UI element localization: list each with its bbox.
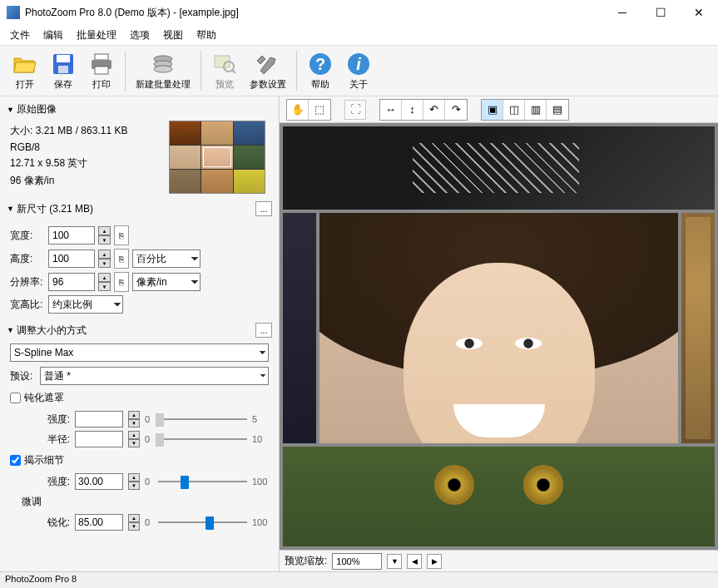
spin-down[interactable]: ▼ — [128, 522, 140, 531]
preset-select[interactable]: 普通 * — [40, 367, 269, 385]
height-up[interactable]: ▲ — [98, 250, 111, 259]
section-newsize-header[interactable]: ▼ 新尺寸 (3.21 MB) ... — [3, 199, 275, 219]
sharpen-label: 锐化: — [45, 516, 70, 530]
zoom-input[interactable] — [332, 553, 382, 570]
res-down[interactable]: ▼ — [98, 282, 111, 291]
menu-help[interactable]: 帮助 — [190, 27, 223, 44]
pan-tool[interactable]: ✋ — [287, 100, 309, 120]
flip-v-tool[interactable]: ↕ — [402, 100, 423, 120]
unsharp-checkbox[interactable] — [10, 393, 21, 403]
reveal-intensity-input[interactable] — [75, 473, 123, 490]
open-button[interactable]: 打开 — [7, 49, 43, 92]
link-res-button[interactable]: ⎘ — [114, 272, 129, 292]
radius-label: 半径: — [45, 432, 70, 447]
spin-up[interactable]: ▲ — [128, 431, 140, 439]
height-down[interactable]: ▼ — [98, 259, 111, 268]
unsharp-intensity-input[interactable] — [75, 411, 123, 427]
print-button[interactable]: 打印 — [83, 49, 120, 92]
svg-point-8 — [154, 66, 172, 72]
zoom-out[interactable]: ◀ — [407, 554, 422, 569]
unsharp-radius-slider[interactable] — [158, 431, 247, 447]
preview-button[interactable]: 预览 — [206, 49, 243, 92]
svg-rect-1 — [57, 55, 70, 62]
print-icon — [88, 51, 115, 77]
save-button[interactable]: 保存 — [45, 49, 82, 92]
magnify-icon — [211, 51, 238, 77]
crop-tool[interactable]: ⛶ — [344, 100, 366, 120]
help-icon: ? — [307, 51, 334, 77]
help-button[interactable]: ? 帮助 — [302, 49, 339, 92]
close-button[interactable]: ✕ — [680, 0, 718, 25]
svg-rect-3 — [95, 54, 108, 60]
height-input[interactable] — [48, 250, 95, 268]
menu-file[interactable]: 文件 — [3, 27, 37, 44]
svg-text:i: i — [356, 55, 361, 73]
right-panel: ✋ ⬚ ⛶ ↔ ↕ ↶ ↷ ▣ ◫ ▥ ▤ — [280, 96, 718, 571]
zoom-dropdown[interactable]: ▼ — [387, 554, 402, 569]
width-up[interactable]: ▲ — [98, 226, 111, 235]
collapse-icon: ▼ — [7, 106, 14, 114]
maximize-button[interactable]: ☐ — [641, 0, 680, 25]
svg-rect-2 — [58, 66, 68, 73]
unsharp-intensity-slider[interactable] — [158, 411, 247, 427]
unsharp-radius-input[interactable] — [75, 431, 123, 447]
res-up[interactable]: ▲ — [98, 273, 111, 282]
section-original-header[interactable]: ▼ 原始图像 — [3, 100, 275, 119]
thumbnail-navigator[interactable] — [169, 121, 265, 194]
sharpen-slider[interactable] — [158, 514, 247, 531]
params-button[interactable]: 参数设置 — [245, 49, 291, 92]
menu-edit[interactable]: 编辑 — [37, 27, 70, 44]
main-toolbar: 打开 保存 打印 新建批量处理 预览 参数设置 ? 帮助 i 关于 — [0, 45, 718, 96]
preview-canvas[interactable] — [280, 123, 718, 550]
res-unit-select[interactable]: 像素/in — [132, 273, 201, 291]
zoom-in[interactable]: ▶ — [427, 554, 442, 569]
link-wh-button2[interactable]: ⎘ — [114, 249, 129, 269]
size-unit-select[interactable]: 百分比 — [132, 250, 201, 268]
about-button[interactable]: i 关于 — [340, 49, 377, 92]
statusbar: PhotoZoom Pro 8 — [0, 571, 718, 588]
spin-down[interactable]: ▼ — [128, 419, 140, 427]
menu-view[interactable]: 视图 — [156, 27, 190, 44]
spin-down[interactable]: ▼ — [128, 439, 140, 447]
sharpen-input[interactable] — [75, 514, 123, 531]
height-label: 高度: — [10, 252, 45, 266]
spin-up[interactable]: ▲ — [128, 514, 140, 522]
tools-icon — [255, 51, 281, 77]
resize-options-button[interactable]: ... — [255, 323, 272, 338]
titlebar: PhotoZoom Pro 8.0 (Demo 版本) - [example.j… — [0, 0, 718, 25]
reveal-intensity-slider[interactable] — [158, 473, 247, 490]
spin-down[interactable]: ▼ — [128, 482, 140, 490]
link-wh-button[interactable]: ⎘ — [114, 225, 129, 245]
menu-options[interactable]: 选项 — [123, 27, 156, 44]
batch-button[interactable]: 新建批量处理 — [131, 49, 196, 92]
minimize-button[interactable]: ─ — [603, 0, 641, 25]
rotate-left-tool[interactable]: ↶ — [423, 100, 445, 120]
section-resize-header[interactable]: ▼ 调整大小的方式 ... — [3, 320, 275, 340]
preset-label: 预设: — [10, 369, 37, 383]
width-label: 宽度: — [10, 229, 45, 243]
svg-rect-5 — [95, 67, 108, 74]
reveal-checkbox[interactable] — [10, 455, 21, 466]
res-label: 分辨率: — [10, 275, 45, 289]
view-split-v[interactable]: ▥ — [525, 100, 547, 120]
spin-up[interactable]: ▲ — [128, 473, 140, 482]
view-split-h[interactable]: ◫ — [503, 100, 525, 120]
width-input[interactable] — [48, 226, 95, 245]
method-select[interactable]: S-Spline Max — [10, 343, 269, 362]
spin-up[interactable]: ▲ — [128, 411, 140, 419]
menu-batch[interactable]: 批量处理 — [70, 27, 123, 44]
width-down[interactable]: ▼ — [98, 235, 111, 245]
newsize-options-button[interactable]: ... — [255, 201, 272, 216]
svg-text:?: ? — [315, 55, 325, 73]
aspect-select[interactable]: 约束比例 — [48, 295, 123, 314]
view-single[interactable]: ▣ — [482, 100, 503, 120]
resolution-input[interactable] — [48, 273, 95, 291]
select-tool[interactable]: ⬚ — [309, 100, 330, 120]
view-grid[interactable]: ▤ — [547, 100, 568, 120]
info-icon: i — [345, 51, 372, 77]
flip-h-tool[interactable]: ↔ — [380, 100, 402, 120]
app-icon — [7, 6, 20, 19]
fine-label: 微调 — [10, 493, 269, 511]
rotate-right-tool[interactable]: ↷ — [445, 100, 467, 120]
folder-open-icon — [12, 51, 38, 77]
